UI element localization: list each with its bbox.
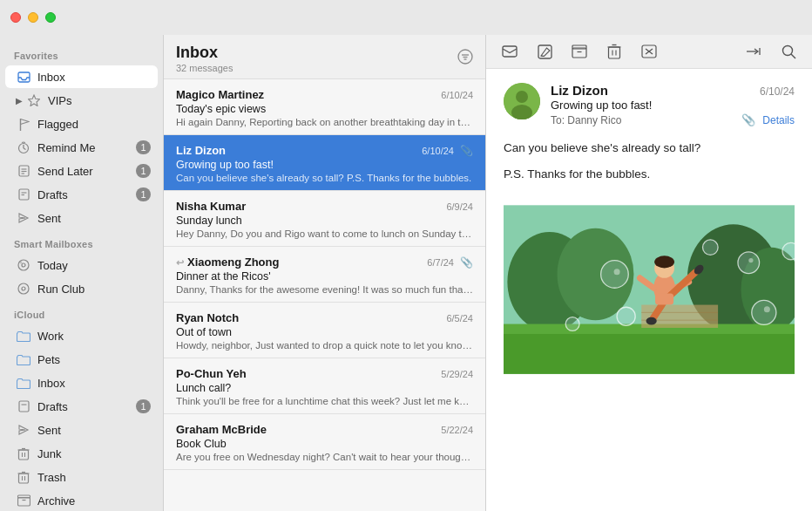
reply-button[interactable] — [498, 40, 521, 63]
inbox-icon — [16, 69, 31, 85]
sidebar-pets-label: Pets — [37, 353, 151, 366]
junk-icon — [16, 446, 31, 461]
sidebar-sent-label: Sent — [37, 212, 151, 225]
sidebar-item-remind-me[interactable]: Remind Me 1 — [5, 136, 158, 159]
svg-point-17 — [22, 287, 25, 290]
svg-rect-41 — [572, 45, 586, 49]
svg-rect-43 — [609, 47, 620, 58]
detail-body-line-2: P.S. Thanks for the bubbles. — [504, 165, 795, 184]
archive-icon — [16, 493, 31, 508]
detail-panel: Liz Dizon 6/10/24 Growing up too fast! T… — [486, 35, 812, 511]
pets-folder-icon — [16, 351, 31, 367]
send-later-icon — [16, 163, 31, 179]
send-later-badge: 1 — [136, 164, 151, 178]
detail-to: To: Danny Rico — [551, 114, 621, 126]
sidebar-item-today[interactable]: Today — [5, 254, 158, 276]
email-item[interactable]: Graham McBride 5/22/24 Book Club Are you… — [164, 414, 485, 470]
svg-line-39 — [541, 56, 545, 57]
titlebar — [0, 0, 812, 35]
detail-sender-name: Liz Dizon — [551, 83, 608, 98]
compose-button[interactable] — [533, 40, 556, 63]
svg-point-83 — [703, 240, 719, 256]
smart-mailboxes-label: Smart Mailboxes — [0, 230, 163, 253]
email-list-title: Inbox — [176, 44, 233, 62]
sidebar-item-junk[interactable]: Junk — [5, 442, 158, 465]
email-preview: Howdy, neighbor, Just wanted to drop a q… — [176, 340, 473, 351]
archive-toolbar-button[interactable] — [568, 40, 591, 63]
detail-body-line-1: Can you believe she's already so tall? — [504, 139, 795, 158]
sidebar-item-send-later[interactable]: Send Later 1 — [5, 160, 158, 182]
sidebar-item-pets[interactable]: Pets — [5, 348, 158, 371]
junk-toolbar-button[interactable] — [638, 40, 660, 63]
email-item[interactable]: Po-Chun Yeh 5/29/24 Lunch call? Think yo… — [164, 358, 485, 414]
run-club-icon — [16, 281, 31, 296]
today-icon — [16, 257, 31, 273]
svg-rect-75 — [655, 294, 673, 305]
search-toolbar-button[interactable] — [777, 40, 800, 63]
email-preview: Danny, Thanks for the awesome evening! I… — [176, 284, 473, 295]
minimize-button[interactable] — [28, 12, 38, 23]
email-sender: Po-Chun Yeh — [176, 367, 247, 380]
sidebar-item-vips[interactable]: ▶ VIPs — [5, 89, 158, 112]
detail-content: Liz Dizon 6/10/24 Growing up too fast! T… — [486, 69, 812, 511]
sidebar-remind-me-label: Remind Me — [37, 141, 136, 154]
svg-rect-25 — [19, 474, 29, 483]
drafts-icon — [16, 187, 31, 202]
sidebar-item-icloud-sent[interactable]: Sent — [5, 419, 158, 441]
email-item[interactable]: Nisha Kumar 6/9/24 Sunday lunch Hey Dann… — [164, 191, 485, 247]
email-sender: Ryan Notch — [176, 311, 239, 324]
svg-rect-18 — [19, 401, 29, 412]
email-date: 6/10/24 📎 — [422, 145, 473, 157]
sidebar-item-sent[interactable]: Sent — [5, 207, 158, 229]
detail-to-row: To: Danny Rico 📎 Details — [551, 113, 795, 126]
sidebar-item-icloud-drafts[interactable]: Drafts 1 — [5, 395, 158, 418]
attachment-icon: 📎 — [460, 256, 473, 269]
sidebar-item-archive[interactable]: Archive — [5, 489, 158, 511]
sidebar-item-icloud-inbox[interactable]: Inbox — [5, 371, 158, 394]
sidebar-item-work[interactable]: Work — [5, 324, 158, 347]
email-subject: Out of town — [176, 326, 473, 338]
sidebar-item-flagged[interactable]: Flagged — [5, 112, 158, 135]
work-folder-icon — [16, 328, 31, 344]
more-toolbar-button[interactable] — [742, 40, 765, 63]
detail-meta: Liz Dizon 6/10/24 Growing up too fast! T… — [551, 83, 795, 126]
reply-icon: ↩ — [176, 257, 184, 268]
email-sender: Liz Dizon — [176, 144, 226, 157]
vips-icon — [26, 92, 42, 108]
sidebar-item-run-club[interactable]: Run Club — [5, 277, 158, 300]
zoom-button[interactable] — [45, 12, 56, 23]
email-item[interactable]: Ryan Notch 6/5/24 Out of town Howdy, nei… — [164, 303, 485, 358]
close-button[interactable] — [10, 12, 21, 23]
email-item[interactable]: Magico Martinez 6/10/24 Today's epic vie… — [164, 79, 485, 135]
email-date: 6/9/24 — [446, 201, 473, 212]
filter-icon[interactable] — [457, 49, 473, 69]
svg-rect-30 — [17, 498, 30, 507]
trash-icon — [16, 469, 31, 485]
email-item[interactable]: ↩Xiaomeng Zhong 6/7/24 📎 Dinner at the R… — [164, 247, 485, 303]
svg-line-5 — [24, 148, 26, 150]
delete-toolbar-button[interactable] — [603, 40, 626, 63]
detail-image — [504, 194, 795, 385]
email-date: 5/22/24 — [441, 425, 473, 435]
svg-marker-1 — [29, 95, 40, 106]
email-date: 5/29/24 — [441, 369, 473, 379]
vips-expand-arrow: ▶ — [16, 96, 23, 106]
email-list-header: Inbox 32 messages — [164, 35, 485, 79]
sidebar-trash-label: Trash — [37, 471, 151, 484]
svg-point-54 — [516, 91, 528, 103]
svg-point-14 — [22, 263, 25, 267]
detail-header: Liz Dizon 6/10/24 Growing up too fast! T… — [504, 83, 795, 126]
sidebar-work-label: Work — [37, 330, 151, 343]
email-preview: Are you free on Wednesday night? Can't w… — [176, 452, 473, 462]
email-sender: Nisha Kumar — [176, 200, 246, 213]
detail-body: Can you believe she's already so tall? P… — [504, 139, 795, 183]
svg-point-73 — [646, 317, 656, 325]
detail-details-link[interactable]: Details — [762, 114, 795, 126]
email-item[interactable]: Liz Dizon 6/10/24 📎 Growing up too fast!… — [164, 135, 485, 191]
sidebar: Favorites Inbox ▶ VIPs — [0, 35, 164, 511]
sidebar-item-inbox[interactable]: Inbox — [5, 65, 158, 88]
email-subject: Growing up too fast! — [176, 159, 473, 171]
sidebar-item-drafts[interactable]: Drafts 1 — [5, 183, 158, 206]
sidebar-item-trash[interactable]: Trash — [5, 466, 158, 488]
email-subject: Today's epic views — [176, 103, 473, 115]
